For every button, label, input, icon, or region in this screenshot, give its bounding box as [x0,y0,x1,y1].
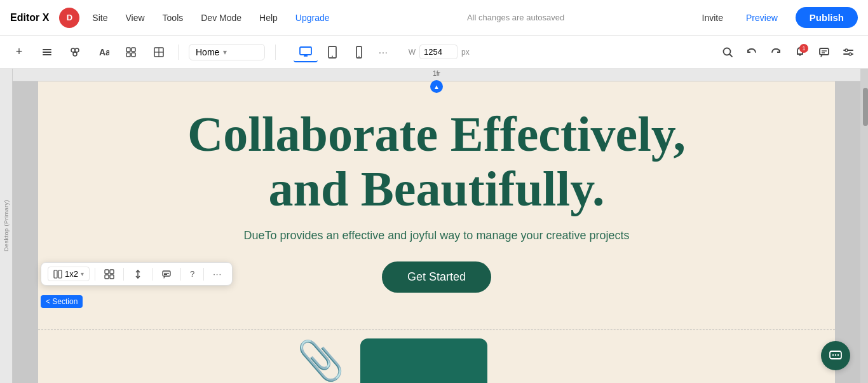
svg-point-42 [837,354,839,356]
width-label: W [409,48,416,57]
nav-view[interactable]: View [120,10,149,25]
components-svg [69,46,81,59]
svg-point-4 [75,48,79,52]
section-label-badge[interactable]: < Section [41,295,83,308]
mobile-device-icon[interactable] [347,43,371,62]
layout-chevron-icon: ▾ [81,270,84,277]
text-icon[interactable]: Aa [94,43,112,61]
layout-grid-icon[interactable] [100,267,118,281]
svg-rect-35 [110,275,114,279]
svg-line-22 [730,54,733,57]
width-control: W px [409,45,470,59]
layout-selector[interactable]: 1x2 ▾ [48,267,90,281]
redo-icon[interactable] [766,43,785,62]
svg-point-40 [832,354,834,356]
left-ruler: Desktop (Primary) [0,69,13,383]
card-decoration [360,338,487,383]
float-toolbar-divider-4 [180,268,181,281]
svg-text:Aa: Aa [99,47,109,57]
page-name: Home [196,47,219,57]
text-svg: Aa [97,46,109,59]
svg-rect-10 [132,53,135,57]
components-icon[interactable] [66,43,84,61]
svg-point-3 [71,48,75,52]
invite-button[interactable]: Invite [697,10,728,25]
svg-rect-30 [54,270,57,278]
width-input[interactable] [419,45,458,59]
publish-button[interactable]: Publish [796,7,858,28]
svg-point-18 [332,55,333,57]
hero-headline-line1: Collaborate Effectively, [187,106,686,162]
float-toolbar-divider-2 [123,268,124,281]
svg-point-5 [73,52,77,56]
svg-rect-1 [43,52,51,53]
float-toolbar-divider-3 [152,268,153,281]
blocks-icon[interactable] [122,43,140,61]
width-unit: px [461,48,470,57]
canvas-wrapper[interactable]: 1fr ▲ Collaborate Effectively, and Beaut… [13,69,860,383]
tablet-device-icon[interactable] [320,43,344,62]
layers-icon[interactable] [38,43,56,61]
hero-cta-button[interactable]: Get Started [382,261,491,293]
app-logo: Editor X [10,12,49,24]
scrollbar-thumb[interactable] [863,88,868,126]
nav-site[interactable]: Site [87,10,112,25]
desktop-device-icon[interactable] [294,42,318,62]
nav-help[interactable]: Help [254,10,283,25]
svg-point-20 [358,55,360,57]
page-selector[interactable]: Home ▾ [189,44,265,60]
ruler-value: 1fr [433,70,440,77]
editor-toolbar: + Aa Hom [0,36,868,69]
svg-point-29 [849,53,851,55]
toolbar-divider-2 [275,45,276,60]
zoom-icon[interactable] [718,43,737,62]
top-navigation: Editor X D Site View Tools Dev Mode Help… [0,0,868,36]
page-canvas: Collaborate Effectively, and Beautifully… [38,81,835,383]
preview-button[interactable]: Preview [736,9,788,27]
move-up-down-icon[interactable] [129,267,147,281]
ellipsis-icon: ··· [213,269,222,279]
svg-rect-33 [110,270,114,274]
layers-svg [41,46,53,59]
blocks-svg [125,46,137,59]
side-label: Desktop (Primary) [3,200,10,251]
chat-support-button[interactable] [821,341,850,370]
toolbar-divider-1 [178,45,179,60]
nav-devmode[interactable]: Dev Mode [196,10,247,25]
editor-settings-icon[interactable] [839,43,858,62]
table-icon[interactable] [150,43,168,61]
chevron-down-icon: ▾ [223,48,227,57]
svg-rect-9 [126,53,130,57]
notifications-icon[interactable]: 1 [790,43,810,62]
comment-element-icon[interactable] [158,267,175,281]
float-toolbar-divider-5 [203,268,204,281]
more-devices-icon[interactable]: ··· [374,45,393,60]
notification-count-badge: 1 [799,44,808,53]
top-ruler: 1fr [13,69,860,81]
svg-rect-0 [43,49,51,50]
svg-rect-31 [58,270,62,278]
right-scrollbar[interactable] [860,69,868,383]
add-element-icon[interactable]: + [10,43,28,61]
floating-element-toolbar: 1x2 ▾ [41,262,233,286]
svg-rect-34 [105,275,109,279]
canvas-indicator-dot[interactable]: ▲ [430,80,443,93]
clip-decoration: 📎 [297,338,344,383]
help-icon[interactable]: ? [186,267,198,281]
main-canvas-area: Desktop (Primary) 1fr ▲ Collaborate Effe… [0,69,868,383]
nav-tools[interactable]: Tools [158,10,189,25]
more-options-icon[interactable]: ··· [209,267,226,281]
svg-rect-2 [43,54,51,55]
question-mark-icon: ? [190,269,194,279]
hero-headline: Collaborate Effectively, and Beautifully… [38,107,835,216]
svg-rect-7 [126,48,130,52]
user-avatar[interactable]: D [59,8,79,28]
comments-icon[interactable] [815,43,834,62]
plus-icon: + [16,45,23,59]
hero-headline-line2: and Beautifully. [269,161,605,216]
nav-upgrade[interactable]: Upgrade [290,10,335,25]
undo-icon[interactable] [742,43,761,62]
device-switcher: ··· [294,42,393,62]
svg-point-28 [845,49,848,52]
grid-layout-icon [53,270,62,279]
